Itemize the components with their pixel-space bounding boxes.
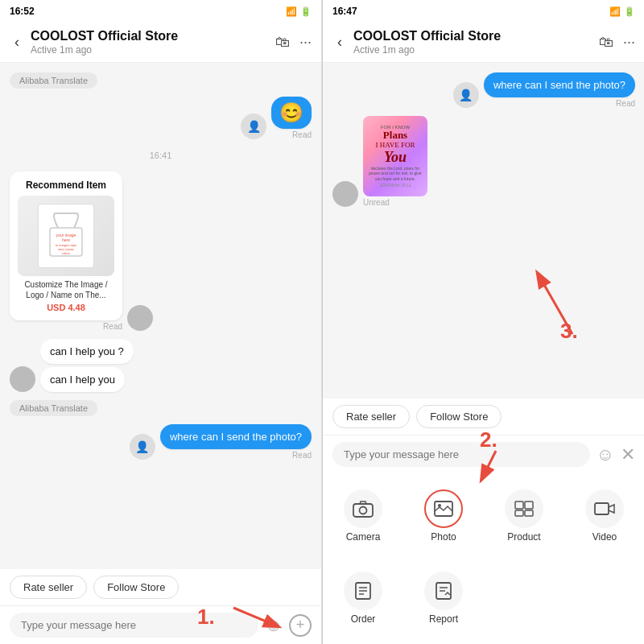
follow-store-button-left[interactable]: Follow Store xyxy=(93,576,179,599)
sys-bubble-1: can I help you ? xyxy=(40,339,134,364)
recommend-price: USD 4.48 xyxy=(18,303,114,312)
recommend-image: your image here tu imagen aqui ваш образ… xyxy=(18,196,114,276)
read-label-emoji: Read xyxy=(292,130,312,139)
camera-icon xyxy=(353,500,374,518)
report-icon xyxy=(434,581,453,601)
svg-rect-12 xyxy=(525,502,533,509)
product-icon xyxy=(514,500,535,518)
bottom-actions-left: Rate seller Follow Store xyxy=(0,569,321,605)
store-subtitle-left: Active 1m ago xyxy=(31,44,269,56)
photo-icon-box xyxy=(424,489,463,528)
svg-rect-14 xyxy=(525,510,533,516)
flower-image: FOR I KNOW Plans I HAVE FOR You declares… xyxy=(363,116,427,196)
input-row-left: ☺ + xyxy=(0,605,321,644)
video-icon xyxy=(594,500,615,518)
sys-msg-row: can I help you ? can I help you xyxy=(10,339,312,392)
sys-bubble-2: can I help you xyxy=(40,367,125,392)
emoji-icon-right[interactable]: ☺ xyxy=(597,444,614,465)
more-icon-left[interactable]: ··· xyxy=(299,34,312,51)
flower-msg-row: FOR I KNOW Plans I HAVE FOR You declares… xyxy=(332,116,635,207)
header-actions-left: 🛍 ··· xyxy=(275,34,312,51)
photo-button[interactable]: Photo xyxy=(403,480,484,552)
plus-icon-left[interactable]: + xyxy=(289,614,312,637)
message-input-left[interactable] xyxy=(10,613,258,638)
store-info-left: COOLOST Official Store Active 1m ago xyxy=(31,29,269,56)
user-bubble-left: where can I send the photo? xyxy=(160,424,312,449)
header-actions-right: 🛍 ··· xyxy=(599,34,635,51)
header-right: ‹ COOLOST Official Store Active 1m ago 🛍… xyxy=(323,23,644,63)
emoji-bubble: 😊 xyxy=(271,97,312,129)
status-icons-right: 📶 🔋 xyxy=(609,6,635,17)
emoji-msg-row: 😊 Read 👤 xyxy=(10,97,312,139)
translate-badge-1: Alibaba Translate xyxy=(10,72,97,89)
svg-rect-15 xyxy=(595,503,609,514)
back-button-right[interactable]: ‹ xyxy=(332,32,347,52)
time-left: 16:52 xyxy=(10,6,35,17)
recommend-card-row: Recommend Item your image xyxy=(10,171,312,331)
avatar-user-right: 👤 xyxy=(453,82,479,108)
video-label: Video xyxy=(592,531,617,543)
grid-actions-row2: Order Report xyxy=(323,559,644,644)
store-icon-right[interactable]: 🛍 xyxy=(599,34,613,51)
grid-actions-row1: Camera Photo xyxy=(323,473,644,559)
order-button[interactable]: Order xyxy=(323,562,403,634)
avatar-user: 👤 xyxy=(241,114,266,139)
unread-label: Unread xyxy=(363,198,427,207)
svg-point-10 xyxy=(438,504,441,507)
recommend-desc: Customize The Image / Logo / Name on The… xyxy=(18,279,114,300)
svg-rect-13 xyxy=(515,510,523,516)
recommend-card: Recommend Item your image xyxy=(10,171,122,320)
avatar-store-2 xyxy=(10,366,35,392)
video-button[interactable]: Video xyxy=(564,480,644,552)
avatar-store-right xyxy=(332,181,358,207)
svg-point-8 xyxy=(360,507,367,514)
svg-text:здесь: здесь xyxy=(61,251,70,255)
order-icon-box xyxy=(344,572,382,610)
camera-button[interactable]: Camera xyxy=(323,480,403,552)
camera-icon-box xyxy=(344,489,382,528)
read-label-user: Read xyxy=(292,451,312,460)
bag-svg: your image here tu imagen aqui ваш образ… xyxy=(46,212,86,260)
product-label: Product xyxy=(507,531,540,543)
input-row-right: ☺ ✕ xyxy=(323,435,644,473)
report-icon-box xyxy=(424,572,463,610)
product-button[interactable]: Product xyxy=(484,480,564,552)
follow-store-button-right[interactable]: Follow Store xyxy=(416,405,502,428)
message-input-right[interactable] xyxy=(332,442,590,467)
user-msg-row-right: where can I send the photo? Read 👤 xyxy=(332,72,635,108)
user-msg-row-left: where can I send the photo? Read 👤 xyxy=(10,424,312,460)
sys-messages: can I help you ? can I help you xyxy=(40,339,134,392)
product-icon-box xyxy=(505,489,543,528)
photo-label: Photo xyxy=(431,531,456,543)
report-button[interactable]: Report xyxy=(403,562,484,634)
rate-seller-button-right[interactable]: Rate seller xyxy=(332,405,410,428)
emoji-icon-left[interactable]: ☺ xyxy=(265,615,283,636)
store-title-left: COOLOST Official Store xyxy=(31,29,269,43)
user-bubble-right: where can I send the photo? xyxy=(484,72,635,97)
chat-area-left: Alibaba Translate 😊 Read 👤 16:41 Recomme… xyxy=(0,63,321,569)
photo-icon xyxy=(433,500,454,518)
store-title-right: COOLOST Official Store xyxy=(353,29,592,43)
header-left: ‹ COOLOST Official Store Active 1m ago 🛍… xyxy=(0,23,321,63)
svg-rect-7 xyxy=(353,504,373,517)
order-label: Order xyxy=(351,613,376,625)
close-icon-right[interactable]: ✕ xyxy=(621,444,635,465)
timestamp-1641: 16:41 xyxy=(10,151,312,160)
read-label-card: Read xyxy=(10,322,122,331)
recommend-title: Recommend Item xyxy=(18,180,114,191)
status-icons-left: 📶 🔋 xyxy=(286,6,312,17)
back-button-left[interactable]: ‹ xyxy=(10,32,24,52)
svg-text:here: here xyxy=(62,237,70,242)
order-icon xyxy=(353,581,373,601)
rate-seller-button-left[interactable]: Rate seller xyxy=(10,576,87,599)
avatar-user-2: 👤 xyxy=(130,434,155,460)
status-bar-right: 16:47 📶 🔋 xyxy=(323,0,644,23)
more-icon-right[interactable]: ··· xyxy=(623,34,635,51)
video-icon-box xyxy=(585,489,624,528)
store-icon-left[interactable]: 🛍 xyxy=(275,34,290,51)
bottom-actions-right: Rate seller Follow Store xyxy=(323,398,644,435)
status-bar-left: 16:52 📶 🔋 xyxy=(0,0,321,23)
translate-badge-2: Alibaba Translate xyxy=(10,400,97,416)
avatar-store xyxy=(127,305,153,331)
store-subtitle-right: Active 1m ago xyxy=(353,44,592,56)
